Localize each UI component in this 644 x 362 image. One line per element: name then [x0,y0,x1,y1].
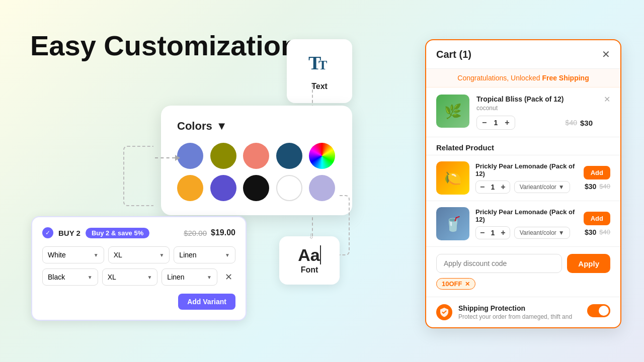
related-item-1-price-add: Add $30 $40 [584,166,610,191]
protection-info: Shipping Protection Protect your order f… [458,304,581,320]
chevron-down-icon: ▼ [88,275,93,280]
text-widget[interactable]: T T Text [287,39,352,103]
discount-tags: 10OFF ✕ [436,278,610,290]
qty-control-main: − 1 + [476,116,515,130]
material-select-linen-2[interactable]: Linen ▼ [162,268,217,286]
related-qty-2: 1 [489,229,497,237]
color-select-black[interactable]: Black ▼ [42,268,98,286]
dashed-connector-right [340,195,350,255]
item-old-price: $40 [566,119,577,127]
related-variant-2-label: Varieant/color [520,229,556,236]
color-lavender[interactable] [309,175,335,201]
color-purple[interactable] [210,175,236,201]
related-old-price-2: $40 [599,228,610,236]
text-widget-label: Text [303,82,336,91]
svg-text:T: T [318,58,327,72]
protection-desc: Protect your order from dameged, thift a… [458,313,581,320]
discount-section: Apply 10OFF ✕ [426,247,620,297]
remove-item-button[interactable]: ✕ [604,95,610,104]
color-white[interactable] [276,175,302,201]
font-widget[interactable]: Aa Font [279,236,340,285]
related-add-button-1[interactable]: Add [584,166,610,179]
apply-button[interactable]: Apply [567,254,610,273]
related-add-button-2[interactable]: Add [584,212,610,225]
color-black[interactable] [243,175,269,201]
related-item-1: 🍋 Prickly Pear Lemonade (Pack of 12) − 1… [426,155,620,201]
related-item-2-controls: − 1 + Varieant/color ▼ [475,226,578,239]
add-variant-button[interactable]: Add Variant [178,294,235,310]
toggle-knob [599,306,609,316]
related-item-1-controls: − 1 + Varieant/color ▼ [475,180,578,194]
related-qty-1: 1 [489,183,497,191]
remove-discount-tag-button[interactable]: ✕ [465,281,470,288]
size-xl-2-label: XL [108,273,116,281]
color-olive[interactable] [210,143,236,169]
material-linen-1-label: Linen [179,251,196,259]
variant-panel: ✓ BUY 2 Buy 2 & save 5% $20.00 $19.00 Wh… [31,216,247,321]
free-shipping-text: Congratulations, Unlocked [457,74,542,82]
colors-dropdown-icon[interactable]: ▼ [216,120,227,133]
related-qty-increase-1[interactable]: + [501,183,505,192]
colors-panel-header: Colors ▼ [177,120,336,133]
colors-grid [177,143,336,201]
qty-increase-button[interactable]: + [505,118,509,127]
related-item-2-name: Prickly Pear Lemonade (Pack of 12) [475,208,578,223]
related-item-1-info: Prickly Pear Lemonade (Pack of 12) − 1 +… [475,162,578,194]
cart-title: Cart (1) [436,49,471,60]
related-item-2-price-add: Add $30 $40 [584,212,610,236]
related-products-header: Related Product [426,137,620,155]
main-heading-section: Easy Customization [30,30,298,71]
related-qty-decrease-1[interactable]: − [480,183,485,192]
size-select-xl-2[interactable]: XL ▼ [102,268,158,286]
material-select-linen-1[interactable]: Linen ▼ [174,246,235,263]
related-new-price-2: $30 [585,228,596,236]
protection-title: Shipping Protection [458,304,581,312]
related-variant-select-1[interactable]: Varieant/color ▼ [514,181,570,193]
price-group: $20.00 $19.00 [184,228,235,237]
color-orange[interactable] [177,175,203,201]
chevron-down-icon: ▼ [147,275,152,280]
related-prices-2: $30 $40 [585,228,610,236]
cart-close-button[interactable]: ✕ [602,48,610,60]
discount-input[interactable] [436,254,562,273]
free-shipping-banner: Congratulations, Unlocked Free Shipping [426,69,620,87]
size-xl-1-label: XL [114,251,122,259]
color-rainbow[interactable] [309,143,335,169]
related-qty-decrease-2[interactable]: − [480,228,485,237]
chevron-down-icon: ▼ [207,275,212,280]
color-white-label: White [48,251,66,259]
main-title: Easy Customization [30,30,298,61]
buy-text: BUY 2 [58,229,80,237]
cart-item-image-tropical: 🌿 [436,95,469,128]
delete-variant-button[interactable]: ✕ [221,270,235,284]
color-teal[interactable] [276,143,302,169]
variant-row-2: Black ▼ XL ▼ Linen ▼ ✕ [42,268,235,286]
down-arrow: ⇩ [308,232,314,240]
save-badge: Buy 2 & save 5% [86,228,149,238]
color-select-white[interactable]: White ▼ [42,246,104,263]
qty-price-row: − 1 + $40 $30 [476,116,593,130]
check-icon: ✓ [42,227,53,238]
free-shipping-bold: Free Shipping [542,74,589,82]
color-salmon[interactable] [243,143,269,169]
size-select-xl-1[interactable]: XL ▼ [108,246,170,263]
shipping-protection-toggle[interactable] [587,304,610,317]
color-blue[interactable] [177,143,203,169]
related-item-1-name: Prickly Pear Lemonade (Pack of 12) [475,162,578,177]
related-variant-select-2[interactable]: Varieant/color ▼ [514,227,570,239]
cart-item-tropical: 🌿 Tropical Bliss (Pack of 12) coconut − … [426,87,620,137]
discount-tag-10off: 10OFF ✕ [436,278,475,290]
cart-panel: Cart (1) ✕ Congratulations, Unlocked Fre… [425,39,621,328]
buy-badge: ✓ BUY 2 Buy 2 & save 5% [42,227,149,238]
sale-price: $19.00 [211,228,235,237]
cart-item-info: Tropical Bliss (Pack of 12) coconut − 1 … [476,95,593,130]
related-item-1-image: 🍋 [436,161,469,195]
variant-header: ✓ BUY 2 Buy 2 & save 5% $20.00 $19.00 [42,227,235,238]
qty-decrease-button[interactable]: − [482,118,487,127]
related-variant-1-label: Varieant/color [520,184,556,191]
dashed-connector-left [123,146,153,206]
font-preview: Aa [293,246,326,263]
related-qty-increase-2[interactable]: + [501,228,505,237]
arrow-connector [155,155,180,161]
related-qty-control-2: − 1 + [475,226,510,239]
